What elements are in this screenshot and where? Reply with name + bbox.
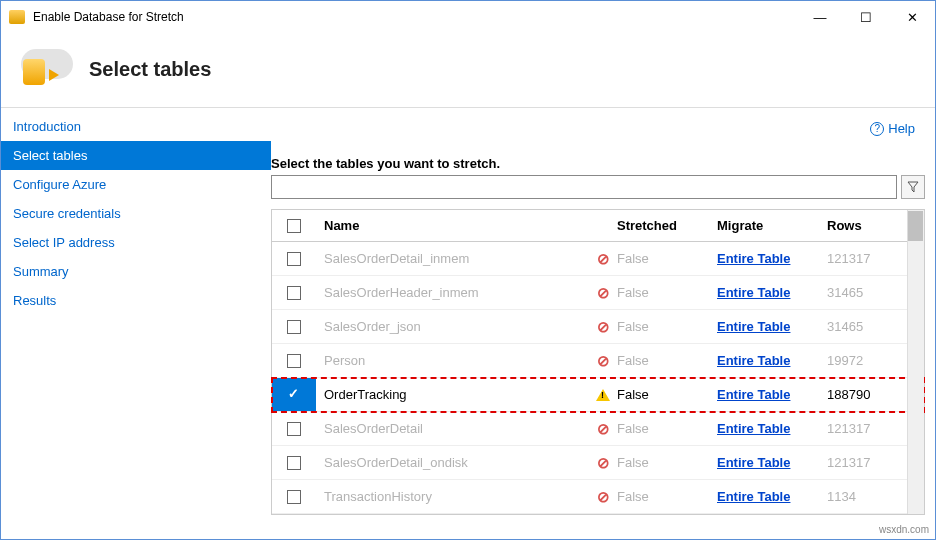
cell-name: SalesOrderDetail (316, 421, 589, 436)
help-icon: ? (870, 122, 884, 136)
blocked-icon: ⊘ (597, 250, 610, 268)
cell-stretched: False (617, 319, 717, 334)
cell-name: OrderTracking (316, 387, 589, 402)
table-row[interactable]: SalesOrderDetail_inmem⊘FalseEntire Table… (272, 242, 924, 276)
tables-grid: Name Stretched Migrate Rows SalesOrderDe… (271, 209, 925, 515)
cell-stretched: False (617, 353, 717, 368)
table-row[interactable]: Person⊘FalseEntire Table19972 (272, 344, 924, 378)
select-all-checkbox[interactable] (287, 219, 301, 233)
cell-stretched: False (617, 285, 717, 300)
sidebar-item-secure-credentials[interactable]: Secure credentials (1, 199, 271, 228)
sidebar-item-configure-azure[interactable]: Configure Azure (1, 170, 271, 199)
window-title: Enable Database for Stretch (33, 10, 184, 24)
row-checkbox[interactable] (287, 456, 301, 470)
filter-button[interactable] (901, 175, 925, 199)
vertical-scrollbar[interactable] (907, 210, 924, 514)
col-header-migrate[interactable]: Migrate (717, 218, 827, 233)
migrate-link[interactable]: Entire Table (717, 285, 790, 300)
row-checkbox[interactable] (287, 252, 301, 266)
migrate-link[interactable]: Entire Table (717, 489, 790, 504)
blocked-icon: ⊘ (597, 454, 610, 472)
sidebar-item-select-tables[interactable]: Select tables (1, 141, 271, 170)
blocked-icon: ⊘ (597, 284, 610, 302)
cell-stretched: False (617, 489, 717, 504)
row-checkbox[interactable] (287, 388, 301, 402)
instruction-text: Select the tables you want to stretch. (271, 156, 925, 171)
sidebar-item-summary[interactable]: Summary (1, 257, 271, 286)
warning-icon (596, 389, 610, 401)
table-row[interactable]: SalesOrderDetail_ondisk⊘FalseEntire Tabl… (272, 446, 924, 480)
cell-rows: 31465 (827, 285, 907, 300)
stretch-db-icon (19, 47, 73, 91)
table-row[interactable]: OrderTrackingFalseEntire Table188790 (272, 378, 924, 412)
cell-name: SalesOrderDetail_ondisk (316, 455, 589, 470)
maximize-button[interactable]: ☐ (843, 2, 889, 32)
cell-rows: 31465 (827, 319, 907, 334)
cell-stretched: False (617, 455, 717, 470)
cell-name: SalesOrderHeader_inmem (316, 285, 589, 300)
row-checkbox[interactable] (287, 422, 301, 436)
titlebar: Enable Database for Stretch — ☐ ✕ (1, 1, 935, 33)
row-checkbox[interactable] (287, 286, 301, 300)
blocked-icon: ⊘ (597, 318, 610, 336)
cell-rows: 121317 (827, 455, 907, 470)
cell-rows: 121317 (827, 251, 907, 266)
cell-rows: 188790 (827, 387, 907, 402)
cell-name: Person (316, 353, 589, 368)
col-header-name[interactable]: Name (316, 218, 589, 233)
sidebar-item-introduction[interactable]: Introduction (1, 112, 271, 141)
funnel-icon (907, 181, 919, 193)
help-label: Help (888, 121, 915, 136)
cell-name: TransactionHistory (316, 489, 589, 504)
cell-name: SalesOrderDetail_inmem (316, 251, 589, 266)
blocked-icon: ⊘ (597, 352, 610, 370)
search-input[interactable] (271, 175, 897, 199)
blocked-icon: ⊘ (597, 420, 610, 438)
cell-stretched: False (617, 387, 717, 402)
cell-stretched: False (617, 251, 717, 266)
cell-name: SalesOrder_json (316, 319, 589, 334)
table-row[interactable]: SalesOrderHeader_inmem⊘FalseEntire Table… (272, 276, 924, 310)
col-header-stretched[interactable]: Stretched (617, 218, 717, 233)
main-panel: ? Help Select the tables you want to str… (271, 108, 935, 536)
migrate-link[interactable]: Entire Table (717, 319, 790, 334)
table-row[interactable]: SalesOrderDetail⊘FalseEntire Table121317 (272, 412, 924, 446)
watermark: wsxdn.com (879, 524, 929, 535)
cell-stretched: False (617, 421, 717, 436)
blocked-icon: ⊘ (597, 488, 610, 506)
table-row[interactable]: TransactionHistory⊘FalseEntire Table1134 (272, 480, 924, 514)
table-row[interactable]: SalesOrder_json⊘FalseEntire Table31465 (272, 310, 924, 344)
help-link[interactable]: ? Help (870, 121, 915, 136)
cell-rows: 1134 (827, 489, 907, 504)
minimize-button[interactable]: — (797, 2, 843, 32)
table-header-row: Name Stretched Migrate Rows (272, 210, 924, 242)
cell-rows: 19972 (827, 353, 907, 368)
row-checkbox[interactable] (287, 320, 301, 334)
page-title: Select tables (89, 58, 211, 81)
page-header: Select tables (1, 33, 935, 108)
col-header-rows[interactable]: Rows (827, 218, 907, 233)
migrate-link[interactable]: Entire Table (717, 455, 790, 470)
migrate-link[interactable]: Entire Table (717, 387, 790, 402)
wizard-sidebar: IntroductionSelect tablesConfigure Azure… (1, 108, 271, 536)
migrate-link[interactable]: Entire Table (717, 353, 790, 368)
close-button[interactable]: ✕ (889, 2, 935, 32)
cell-rows: 121317 (827, 421, 907, 436)
migrate-link[interactable]: Entire Table (717, 421, 790, 436)
sidebar-item-select-ip-address[interactable]: Select IP address (1, 228, 271, 257)
migrate-link[interactable]: Entire Table (717, 251, 790, 266)
row-checkbox[interactable] (287, 490, 301, 504)
app-icon (9, 10, 25, 24)
sidebar-item-results[interactable]: Results (1, 286, 271, 315)
scroll-thumb[interactable] (908, 211, 923, 241)
window-buttons: — ☐ ✕ (797, 2, 935, 32)
row-checkbox[interactable] (287, 354, 301, 368)
